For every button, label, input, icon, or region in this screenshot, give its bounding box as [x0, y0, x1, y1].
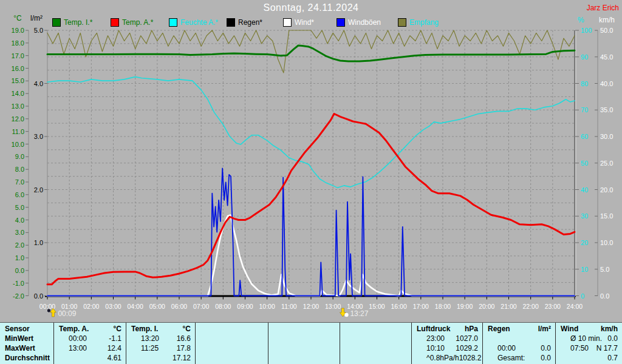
cell-time: [200, 334, 210, 343]
legend-item-feuchte-a-[interactable]: Feuchte A.*: [169, 18, 218, 27]
cell-value: 1027.0: [456, 334, 478, 343]
row-label: MinWert: [0, 334, 53, 343]
cell-time: [561, 353, 570, 363]
table-column-regen: Regenl/m²00:000.0Gesamt:0.0: [482, 323, 555, 364]
table-row: 4.61: [54, 353, 126, 363]
table-row: [196, 343, 268, 353]
table-column-wind: Windkm/hØ 10 min.0.007:50N 17.70.7: [555, 323, 622, 364]
weather-chart: 19.018.017.016.015.014.013.012.011.010.0…: [0, 0, 622, 364]
cell-time: 00:00: [488, 343, 516, 353]
cell-time: [200, 343, 210, 353]
column-header-row: Temp. A.°C: [54, 324, 126, 334]
table-column-luftdruck: LuftdruckhPa23:001027.010:101029.2^0.8hP…: [411, 323, 482, 364]
temp-tick-label: 4.0: [15, 217, 24, 224]
legend-label: Temp. I.*: [64, 18, 92, 27]
temp-tick-label: -2.0: [13, 292, 24, 300]
humidity-tick-label: 30: [581, 212, 588, 220]
humidity-tick-label: 40: [581, 186, 588, 194]
column-unit: km/h: [601, 324, 618, 334]
cell-time: 13:00: [59, 343, 87, 353]
humidity-tick-label: 70: [581, 106, 588, 113]
cell-time: [488, 334, 497, 343]
table-row: Gesamt:0.0: [483, 353, 555, 363]
rain-tick-label: 3.0: [34, 133, 43, 140]
column-unit: hPa: [465, 324, 478, 334]
humidity-tick-label: 100: [581, 27, 592, 34]
cell-time: ^0.8hPa/h: [417, 353, 459, 363]
table-row: 13:0012.4: [54, 343, 126, 353]
temp-tick-label: 18.0: [12, 39, 24, 47]
humidity-tick-label: 20: [581, 239, 588, 246]
table-row: ^0.8hPa/h1028.2: [412, 353, 482, 363]
time-tick-label: 09:00: [237, 303, 253, 310]
time-tick-label: 07:00: [193, 303, 209, 310]
station-owner: Jarz Erich: [587, 4, 619, 12]
legend-label: Regen*: [238, 18, 262, 27]
time-tick-label: 01:00: [61, 303, 77, 310]
legend-item-windb-en[interactable]: Windböen: [337, 18, 381, 27]
column-unit: °C: [183, 324, 191, 334]
temp-tick-label: 1.0: [15, 254, 24, 261]
wind-tick-label: 50.0: [600, 27, 613, 34]
temp-tick-label: 19.0: [12, 27, 24, 34]
legend-label: Feuchte A.*: [180, 18, 218, 27]
cell-value: 0.0: [541, 343, 551, 353]
wind-tick-label: 35.0: [600, 106, 613, 113]
humidity-tick-label: 50: [581, 160, 588, 167]
table-row: 23:001027.0: [412, 334, 482, 343]
legend-swatch: [283, 18, 292, 27]
column-header-row: Regenl/m²: [483, 324, 555, 334]
column-header: Regen: [488, 324, 510, 334]
temp-tick-label: 9.0: [15, 153, 24, 160]
rain-tick-label: 5.0: [34, 27, 43, 34]
temp-tick-label: 2.0: [15, 241, 24, 249]
cell-time: [345, 343, 355, 353]
table-row: [196, 334, 268, 343]
table-row: [268, 334, 340, 343]
row-label: MaxWert: [0, 343, 53, 353]
table-row: 07:50N 17.7: [556, 343, 622, 353]
table-row: [268, 343, 340, 353]
legend-item-regen-[interactable]: Regen*: [227, 18, 262, 27]
table-column-empty-4: [340, 323, 411, 364]
temp-axis-header: °C: [9, 14, 27, 22]
legend-label: Empfang: [409, 18, 439, 27]
column-header-row: Temp. I.°C: [126, 324, 195, 334]
table-row: 00:000.0: [483, 343, 555, 353]
cell-time: Gesamt:: [488, 353, 525, 363]
wind-tick-label: 20.0: [600, 186, 613, 194]
cell-time: [200, 353, 210, 363]
temp-tick-label: 8.0: [15, 166, 24, 173]
moon-marker-label: 00:09: [58, 309, 76, 318]
temp-tick-label: 12.0: [12, 115, 24, 123]
legend-item-temp-a-[interactable]: Temp. A.*: [111, 18, 153, 27]
table-row: Ø 10 min.0.0: [556, 334, 622, 343]
legend-item-empfang[interactable]: Empfang: [398, 18, 439, 27]
column-unit: l/m²: [538, 324, 551, 334]
temp-tick-label: 16.0: [12, 65, 24, 72]
cell-value: 0.0: [541, 353, 551, 363]
column-header: Temp. A.: [59, 324, 89, 334]
cell-time: [345, 353, 355, 363]
time-tick-label: 15:00: [369, 303, 384, 310]
wind-axis-header: km/h: [596, 16, 618, 24]
cell-time: 11:25: [131, 343, 159, 353]
legend-swatch: [398, 18, 406, 27]
rain-tick-label: 0.0: [34, 292, 43, 300]
table-row: [268, 353, 340, 363]
column-header: Luftdruck: [417, 324, 450, 334]
temp-tick-label: -1.0: [13, 280, 24, 287]
humidity-tick-label: 10: [581, 266, 588, 273]
wind-tick-label: 25.0: [600, 160, 613, 167]
column-header-row: [268, 324, 340, 334]
table-row-labels: SensorMinWertMaxWertDurchschnitt: [0, 323, 53, 364]
cell-time: [345, 334, 355, 343]
cell-time: 23:00: [417, 334, 445, 343]
cell-value: 0.7: [607, 353, 618, 363]
legend-item-temp-i-[interactable]: Temp. I.*: [52, 18, 92, 27]
cell-value: 12.4: [108, 343, 121, 353]
legend-item-wind-[interactable]: Wind*: [283, 18, 314, 27]
table-column-temp-i-: Temp. I.°C13:2016.611:2517.817.12: [126, 323, 195, 364]
time-tick-label: 13:00: [325, 303, 341, 310]
time-tick-label: 18:00: [435, 303, 451, 310]
